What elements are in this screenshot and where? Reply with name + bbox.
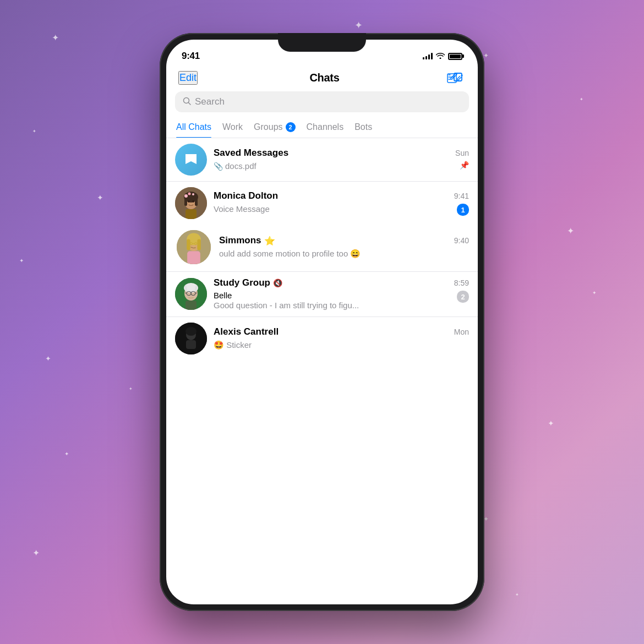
chat-preview-study-group: Good question - I am still trying to fig… — [214, 300, 454, 311]
page-title: Chats — [309, 72, 339, 84]
chat-preview-alexis: 🤩 Sticker — [214, 340, 469, 351]
signal-icon — [423, 53, 433, 59]
chat-preview-row: 📎 docs.pdf 📌 — [214, 161, 469, 172]
tab-work[interactable]: Work — [222, 118, 243, 138]
search-icon — [183, 97, 192, 107]
chat-name-study-group: Study Group 🔇 — [214, 277, 282, 288]
chat-preview-simmons: ould add some motion to profile too 😄 — [219, 248, 469, 259]
chat-header-row-monica: Monica Dolton 9:41 — [214, 190, 469, 201]
svg-rect-17 — [187, 239, 190, 250]
chat-list: Saved Messages Sun 📎 docs.pdf 📌 — [166, 138, 478, 604]
svg-rect-22 — [187, 251, 200, 264]
groups-badge: 2 — [286, 122, 296, 132]
chat-time-simmons: 9:40 — [454, 236, 469, 245]
chat-header-row-alexis: Alexis Cantrell Mon — [214, 326, 469, 337]
chat-item-saved-messages[interactable]: Saved Messages Sun 📎 docs.pdf 📌 — [166, 138, 478, 182]
chat-name-alexis: Alexis Cantrell — [214, 326, 279, 337]
chat-name-saved-messages: Saved Messages — [214, 148, 288, 159]
tab-bots[interactable]: Bots — [354, 118, 372, 138]
paperclip-icon: 📎 — [214, 162, 223, 171]
svg-rect-6 — [184, 197, 187, 206]
chat-item-study-group[interactable]: Study Group 🔇 8:59 Belle Good question -… — [166, 272, 478, 317]
pin-icon: 📌 — [460, 161, 469, 170]
avatar-alexis — [175, 323, 207, 354]
avatar-study-group — [175, 278, 207, 310]
chat-header-row: Saved Messages Sun — [214, 148, 469, 159]
signal-bar-3 — [428, 54, 430, 59]
phone-frame: 9:41 — [160, 33, 484, 611]
chat-content-simmons: Simmons ⭐ 9:40 ould add some motion to p… — [212, 235, 469, 259]
chat-time-alexis: Mon — [454, 328, 469, 336]
signal-bar-4 — [431, 53, 433, 59]
chat-preview-saved-messages: docs.pdf — [225, 161, 256, 172]
chat-name-simmons: Simmons ⭐ — [219, 235, 275, 246]
phone-notch — [278, 33, 366, 52]
chat-content-saved-messages: Saved Messages Sun 📎 docs.pdf 📌 — [207, 148, 469, 172]
svg-rect-7 — [195, 197, 198, 206]
tab-all-chats[interactable]: All Chats — [176, 118, 211, 138]
chat-indicators-study-group: 2 — [457, 291, 469, 303]
avatar-simmons — [175, 228, 212, 266]
chat-indicators-monica: 1 — [457, 204, 469, 216]
battery-icon — [448, 53, 462, 60]
svg-point-9 — [188, 193, 191, 195]
filter-tabs: All Chats Work Groups 2 Channels Bots — [166, 118, 478, 138]
chat-content-study-group: Study Group 🔇 8:59 Belle Good question -… — [207, 277, 469, 311]
chat-preview-row-monica: Voice Message 1 — [214, 204, 469, 216]
chat-preview-row-simmons: ould add some motion to profile too 😄 — [219, 248, 469, 259]
chat-name-monica: Monica Dolton — [214, 190, 278, 201]
wifi-icon — [436, 52, 445, 61]
svg-rect-37 — [186, 340, 196, 349]
mute-icon: 🔇 — [273, 279, 282, 287]
svg-point-10 — [192, 193, 194, 195]
unread-badge-study-group: 2 — [457, 291, 469, 303]
svg-point-8 — [184, 194, 188, 198]
chat-time-saved-messages: Sun — [455, 149, 469, 157]
chat-item-monica-dolton[interactable]: Monica Dolton 9:41 Voice Message 1 — [166, 182, 478, 225]
chat-item-alexis-cantrell[interactable]: Alexis Cantrell Mon 🤩 Sticker — [166, 317, 478, 360]
avatar-monica — [175, 187, 207, 219]
signal-bar-2 — [425, 56, 427, 59]
phone-screen: 9:41 — [166, 40, 478, 604]
svg-point-38 — [185, 327, 197, 336]
chat-indicators-saved: 📌 — [460, 161, 469, 170]
search-bar[interactable]: Search — [175, 91, 469, 112]
chat-preview-row-alexis: 🤩 Sticker — [214, 340, 469, 351]
battery-fill — [450, 54, 461, 58]
chat-sender-study-group: Belle — [214, 291, 454, 300]
tab-channels[interactable]: Channels — [307, 118, 344, 138]
chat-item-simmons[interactable]: Simmons ⭐ 9:40 ould add some motion to p… — [166, 223, 478, 272]
svg-point-12 — [188, 200, 190, 203]
chat-header-row-simmons: Simmons ⭐ 9:40 — [219, 235, 469, 246]
compose-button[interactable] — [451, 70, 466, 85]
chat-time-monica: 9:41 — [454, 192, 469, 200]
chat-preview-monica: Voice Message — [214, 204, 454, 215]
chat-content-monica: Monica Dolton 9:41 Voice Message 1 — [207, 190, 469, 216]
search-placeholder: Search — [195, 96, 225, 107]
unread-badge-monica: 1 — [457, 204, 469, 216]
chat-preview-row-study-group: Belle Good question - I am still trying … — [214, 291, 469, 311]
avatar-saved-messages — [175, 144, 207, 176]
svg-point-13 — [193, 200, 194, 203]
chat-content-alexis: Alexis Cantrell Mon 🤩 Sticker — [207, 326, 469, 351]
signal-bar-1 — [423, 57, 424, 59]
svg-rect-34 — [185, 301, 197, 310]
status-time: 9:41 — [182, 51, 200, 62]
nav-bar: Edit Chats — [166, 68, 478, 89]
svg-rect-11 — [185, 209, 197, 219]
file-preview: 📎 docs.pdf — [214, 161, 256, 172]
status-icons — [423, 52, 462, 61]
chat-header-row-study-group: Study Group 🔇 8:59 — [214, 277, 469, 288]
star-icon: ⭐ — [264, 236, 275, 246]
edit-button[interactable]: Edit — [178, 71, 198, 85]
svg-rect-18 — [197, 239, 200, 250]
chat-time-study-group: 8:59 — [454, 279, 469, 287]
tab-groups[interactable]: Groups 2 — [254, 118, 295, 138]
